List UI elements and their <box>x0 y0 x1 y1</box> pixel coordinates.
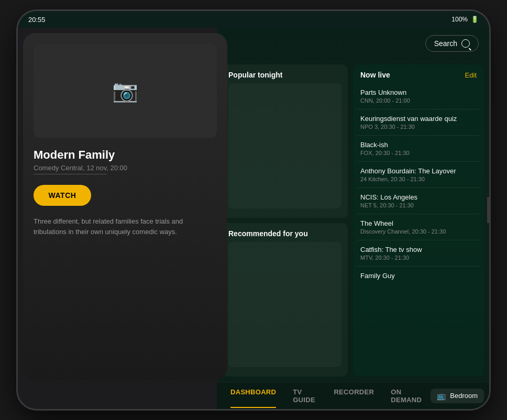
side-button <box>487 197 489 223</box>
recommended-title: Recommended for you <box>228 229 341 238</box>
tablet-frame: 20:55 100% 🔋 📷 Modern Family Comedy Cent… <box>18 11 489 409</box>
list-item[interactable]: Keuringsdienst van waarde quiz NPO 3, 20… <box>357 109 480 136</box>
popular-tonight-title: Popular tonight <box>228 71 341 79</box>
now-live-title: Now live <box>360 71 390 79</box>
popular-tonight-content <box>228 83 341 208</box>
show-channel-meta: Comedy Central, 12 nov, 20:00 <box>34 164 217 172</box>
battery-percentage: 100% <box>451 16 468 23</box>
list-item[interactable]: The Wheel Discovery Channel, 20:30 - 21:… <box>357 214 480 240</box>
live-item-title: The Wheel <box>360 219 477 227</box>
main-content: 📷 Modern Family Comedy Central, 12 nov, … <box>18 28 489 409</box>
show-meta-divider <box>34 174 107 174</box>
status-right: 100% 🔋 <box>451 16 479 23</box>
status-bar: 20:55 100% 🔋 <box>18 11 489 28</box>
show-title: Modern Family <box>34 148 217 162</box>
live-item-title: NCIS: Los Angeles <box>360 193 477 201</box>
tv-icon: 📺 <box>437 392 446 400</box>
live-item-meta: NPO 3, 20:30 - 21:30 <box>360 124 477 130</box>
left-sections: Popular tonight Recommended for you <box>217 59 353 382</box>
room-name: Bedroom <box>450 392 478 400</box>
show-detail-panel: 📷 Modern Family Comedy Central, 12 nov, … <box>23 33 227 380</box>
search-icon <box>461 39 470 48</box>
tab-on-demand[interactable]: ON DEMAND <box>382 384 431 408</box>
live-item-meta: FOX, 20:30 - 21:30 <box>360 150 477 156</box>
tab-tv-guide[interactable]: TV GUIDE <box>284 384 325 408</box>
tv-app-panel: Search Popular tonight Recommended for y… <box>217 28 489 409</box>
edit-button[interactable]: Edit <box>465 71 477 79</box>
nav-tabs: DASHBOARDTV GUIDERECORDERON DEMAND <box>222 384 431 408</box>
now-live-panel: Now live Edit Parts Unknown CNN, 20:00 -… <box>353 64 484 377</box>
live-item-meta: NET 5, 20:30 - 21:30 <box>360 202 477 208</box>
show-description: Three different, but related families fa… <box>34 216 217 237</box>
now-live-header: Now live Edit <box>353 64 484 83</box>
live-list: Parts Unknown CNN, 20:00 - 21:00 Keuring… <box>353 83 484 377</box>
list-item[interactable]: Parts Unknown CNN, 20:00 - 21:00 <box>357 83 480 109</box>
bottom-nav: DASHBOARDTV GUIDERECORDERON DEMAND 📺 Bed… <box>217 382 489 409</box>
battery-icon: 🔋 <box>471 16 479 23</box>
list-item[interactable]: Family Guy <box>357 267 480 286</box>
live-item-title: Anthony Bourdain: The Layover <box>360 167 477 175</box>
live-item-title: Keuringsdienst van waarde quiz <box>360 115 477 123</box>
live-item-title: Catfish: The tv show <box>360 246 477 253</box>
live-item-title: Black-ish <box>360 141 477 149</box>
popular-tonight-section: Popular tonight <box>222 64 348 218</box>
status-time: 20:55 <box>28 16 46 24</box>
list-item[interactable]: Black-ish FOX, 20:30 - 21:30 <box>357 136 480 162</box>
watch-button[interactable]: WATCH <box>34 185 91 206</box>
content-area: Popular tonight Recommended for you Now … <box>217 59 489 382</box>
live-item-meta: CNN, 20:00 - 21:00 <box>360 97 477 104</box>
tab-dashboard[interactable]: DASHBOARD <box>222 384 284 408</box>
live-item-meta: 24 Kitchen, 20:30 - 21:30 <box>360 176 477 182</box>
live-item-meta: Discovery Channel, 20:30 - 21:30 <box>360 228 477 235</box>
live-item-meta: MTV, 20:30 - 21:30 <box>360 255 477 261</box>
live-item-title: Parts Unknown <box>360 89 477 96</box>
live-item-title: Family Guy <box>360 272 477 280</box>
camera-icon: 📷 <box>112 79 138 103</box>
tab-recorder[interactable]: RECORDER <box>325 384 382 408</box>
list-item[interactable]: NCIS: Los Angeles NET 5, 20:30 - 21:30 <box>357 188 480 214</box>
search-label: Search <box>434 39 457 48</box>
app-header: Search <box>217 28 489 59</box>
list-item[interactable]: Anthony Bourdain: The Layover 24 Kitchen… <box>357 162 480 188</box>
search-button[interactable]: Search <box>425 35 479 52</box>
room-selector[interactable]: 📺 Bedroom <box>431 389 484 403</box>
recommended-section: Recommended for you <box>222 223 348 377</box>
list-item[interactable]: Catfish: The tv show MTV, 20:30 - 21:30 <box>357 240 480 267</box>
show-thumbnail: 📷 <box>34 43 217 138</box>
recommended-content <box>228 242 341 367</box>
